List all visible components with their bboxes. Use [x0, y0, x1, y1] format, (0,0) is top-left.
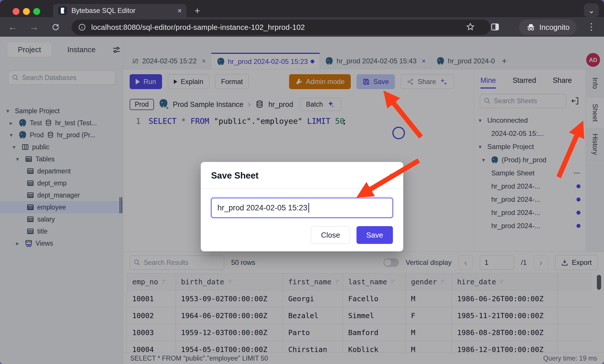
dialog-title: Save Sheet — [211, 171, 393, 181]
browser-window: Bytebase SQL Editor × + ⌄ ← → localhost:… — [0, 0, 604, 364]
browser-menu-icon[interactable]: ⋮ — [587, 21, 596, 32]
browser-chrome: Bytebase SQL Editor × + ⌄ ← → localhost:… — [0, 0, 604, 37]
incognito-label: Incognito — [539, 23, 570, 32]
bytebase-favicon — [58, 6, 67, 15]
dialog-save-button[interactable]: Save — [356, 226, 393, 244]
new-tab-button[interactable]: + — [194, 5, 200, 16]
browser-tab-title: Bytebase SQL Editor — [71, 7, 174, 15]
bookmark-star-icon[interactable] — [466, 22, 475, 32]
dialog-close-icon[interactable]: × — [389, 171, 395, 180]
chevron-down-icon: ⌄ — [588, 6, 595, 15]
site-info-icon[interactable] — [78, 23, 86, 31]
tab-search-button[interactable]: ⌄ — [584, 3, 599, 17]
url-text: localhost:8080/sql-editor/prod-sample-in… — [91, 23, 305, 32]
back-icon[interactable]: ← — [8, 22, 17, 32]
browser-tab[interactable]: Bytebase SQL Editor × — [53, 4, 186, 17]
save-sheet-dialog: Save Sheet × hr_prod 2024-02-05 15:23 Cl… — [201, 162, 403, 251]
incognito-icon — [526, 22, 536, 32]
sheet-name-value: hr_prod 2024-02-05 15:23 — [217, 203, 307, 212]
tab-close-icon[interactable]: × — [178, 6, 182, 15]
dialog-close-button[interactable]: Close — [311, 226, 350, 244]
side-panel-icon[interactable] — [490, 22, 500, 32]
browser-toolbar: ← → localhost:8080/sql-editor/prod-sampl… — [0, 17, 604, 37]
text-cursor — [308, 203, 309, 213]
address-bar[interactable]: localhost:8080/sql-editor/prod-sample-in… — [72, 19, 490, 35]
dialog-divider — [201, 188, 403, 189]
reload-icon[interactable] — [51, 22, 60, 32]
window-close-button[interactable] — [13, 8, 20, 15]
window-minimize-button[interactable] — [23, 8, 30, 15]
sheet-name-input[interactable]: hr_prod 2024-02-05 15:23 — [211, 198, 393, 218]
window-zoom-button[interactable] — [33, 8, 40, 15]
incognito-badge: Incognito — [519, 19, 576, 35]
forward-icon[interactable]: → — [29, 22, 38, 32]
